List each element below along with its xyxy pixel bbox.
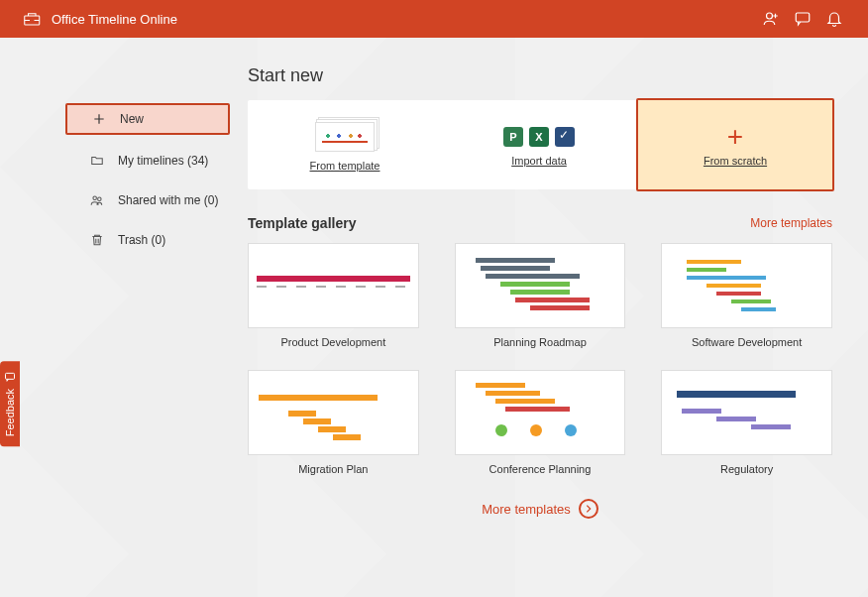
arrow-right-icon xyxy=(579,499,598,519)
template-label: Software Development xyxy=(692,336,802,348)
plus-large-icon: + xyxy=(727,123,743,151)
sidebar-item-label: New xyxy=(120,112,228,126)
chat-icon[interactable] xyxy=(787,10,818,28)
add-user-icon[interactable] xyxy=(755,10,787,28)
template-card[interactable]: Regulatory xyxy=(661,370,832,475)
from-scratch-card[interactable]: + From scratch xyxy=(636,98,834,191)
sidebar-item-label: Shared with me (0) xyxy=(118,193,230,207)
sidebar-item-shared[interactable]: Shared with me (0) xyxy=(65,184,230,216)
bell-icon[interactable] xyxy=(818,10,850,28)
template-thumb xyxy=(455,243,626,328)
template-label: Planning Roadmap xyxy=(493,336,587,348)
template-card[interactable]: Migration Plan xyxy=(248,370,419,475)
sidebar-item-new[interactable]: New xyxy=(65,103,230,135)
template-thumb xyxy=(661,370,832,455)
folder-icon xyxy=(90,154,108,168)
template-label: Product Development xyxy=(280,336,385,348)
template-card[interactable]: Conference Planning xyxy=(455,370,626,475)
main-content: Start new From template Import data + Fr… xyxy=(248,38,868,597)
trash-icon xyxy=(90,233,108,247)
template-gallery: Product Development Planning Roadmap xyxy=(248,243,832,475)
template-card[interactable]: Product Development xyxy=(248,243,419,348)
app-logo-icon xyxy=(24,12,42,26)
plus-icon xyxy=(92,112,110,126)
more-templates-label: More templates xyxy=(482,502,571,517)
template-card[interactable]: Planning Roadmap xyxy=(455,243,626,348)
svg-point-1 xyxy=(767,13,773,19)
template-thumb xyxy=(248,370,419,455)
template-thumb xyxy=(455,370,626,455)
sidebar-item-trash[interactable]: Trash (0) xyxy=(65,224,230,256)
svg-point-4 xyxy=(93,196,97,200)
template-thumb xyxy=(661,243,832,328)
sidebar-item-my-timelines[interactable]: My timelines (34) xyxy=(65,145,230,177)
more-templates-button[interactable]: More templates xyxy=(248,499,832,519)
template-label: Regulatory xyxy=(720,463,773,475)
import-data-card[interactable]: Import data xyxy=(442,100,636,189)
import-apps-icon xyxy=(503,127,575,147)
sidebar: New My timelines (34) Shared with me (0)… xyxy=(0,38,248,597)
start-card-label: From template xyxy=(310,160,380,172)
start-card-label: Import data xyxy=(511,155,567,167)
app-title: Office Timeline Online xyxy=(52,12,177,27)
more-templates-link[interactable]: More templates xyxy=(750,216,832,230)
start-card-label: From scratch xyxy=(704,155,767,167)
sidebar-item-label: My timelines (34) xyxy=(118,154,230,168)
sidebar-item-label: Trash (0) xyxy=(118,233,230,247)
app-header: Office Timeline Online xyxy=(0,0,868,38)
svg-point-5 xyxy=(98,197,102,201)
template-label: Migration Plan xyxy=(298,463,368,475)
svg-rect-2 xyxy=(796,13,810,22)
template-stack-icon xyxy=(315,122,375,152)
template-label: Conference Planning xyxy=(489,463,592,475)
start-new-title: Start new xyxy=(248,65,832,86)
template-thumb xyxy=(248,243,419,328)
from-template-card[interactable]: From template xyxy=(248,100,442,189)
template-card[interactable]: Software Development xyxy=(661,243,832,348)
gallery-title: Template gallery xyxy=(248,215,356,231)
start-new-row: From template Import data + From scratch xyxy=(248,100,832,189)
shared-icon xyxy=(90,193,108,207)
